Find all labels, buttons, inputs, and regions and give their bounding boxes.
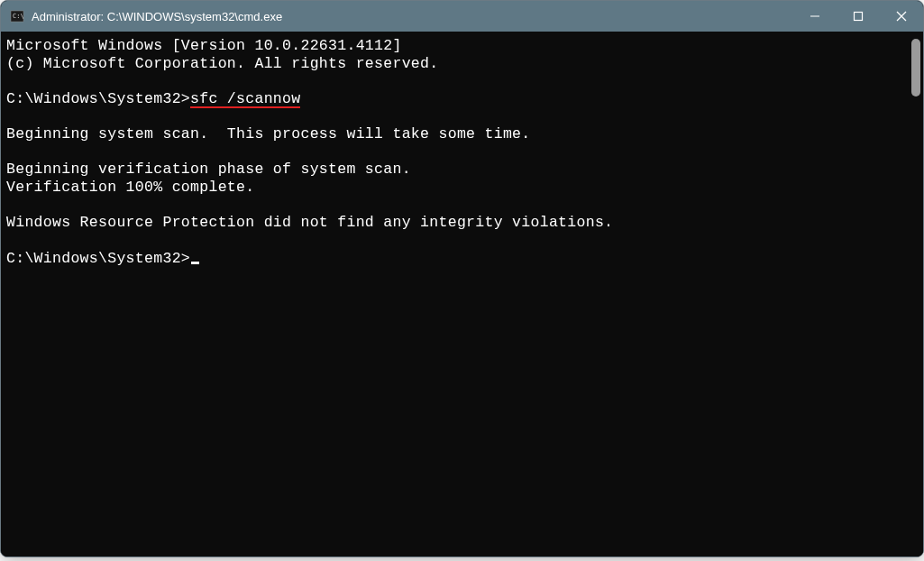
output-line: (c) Microsoft Corporation. All rights re…	[6, 55, 909, 73]
terminal-content[interactable]: Microsoft Windows [Version 10.0.22631.41…	[1, 32, 909, 556]
titlebar[interactable]: C:\ Administrator: C:\WINDOWS\system32\c…	[1, 1, 923, 32]
blank-line	[6, 197, 909, 214]
window-title: Administrator: C:\WINDOWS\system32\cmd.e…	[32, 10, 793, 23]
output-line: Microsoft Windows [Version 10.0.22631.41…	[6, 37, 909, 55]
prompt-path: C:\Windows\System32>	[6, 250, 190, 267]
svg-rect-3	[855, 13, 863, 21]
cursor	[191, 262, 199, 264]
command-text: sfc /scannow	[190, 92, 300, 108]
close-button[interactable]	[880, 1, 923, 32]
cmd-icon: C:\	[10, 9, 24, 23]
output-line: Beginning verification phase of system s…	[6, 161, 909, 179]
output-line: Beginning system scan. This process will…	[6, 125, 909, 143]
close-icon	[896, 11, 907, 22]
window-controls	[793, 1, 923, 32]
prompt-line: C:\Windows\System32>	[6, 250, 909, 268]
blank-line	[6, 73, 909, 90]
svg-text:C:\: C:\	[13, 13, 24, 20]
prompt-path: C:\Windows\System32>	[6, 90, 190, 107]
output-line: Verification 100% complete.	[6, 179, 909, 197]
maximize-icon	[853, 11, 864, 22]
blank-line	[6, 232, 909, 249]
blank-line	[6, 143, 909, 161]
prompt-line: C:\Windows\System32>sfc /scannow	[6, 90, 909, 108]
output-line: Windows Resource Protection did not find…	[6, 214, 909, 232]
minimize-button[interactable]	[793, 1, 837, 32]
blank-line	[6, 108, 909, 125]
scrollbar-thumb[interactable]	[911, 39, 920, 97]
scrollbar-track[interactable]	[909, 32, 923, 556]
cmd-window: C:\ Administrator: C:\WINDOWS\system32\c…	[0, 0, 924, 557]
minimize-icon	[810, 11, 820, 22]
maximize-button[interactable]	[837, 1, 880, 32]
terminal-area[interactable]: Microsoft Windows [Version 10.0.22631.41…	[1, 32, 923, 556]
